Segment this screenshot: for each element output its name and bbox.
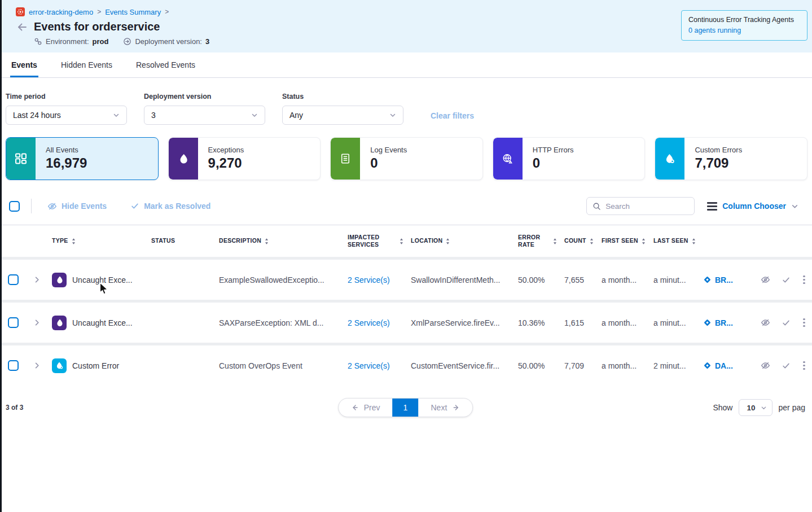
card-label: All Events bbox=[46, 146, 87, 154]
resolve-event-icon[interactable] bbox=[782, 361, 791, 370]
chevron-down-icon bbox=[761, 405, 767, 411]
filter-bar: Time period Last 24 hours Deployment ver… bbox=[0, 78, 812, 125]
tab-bar: Events Hidden Events Resolved Events bbox=[0, 52, 812, 78]
prev-page-button[interactable]: Prev bbox=[339, 399, 393, 417]
clear-filters-button[interactable]: Clear filters bbox=[431, 111, 474, 120]
time-period-select[interactable]: Last 24 hours bbox=[6, 106, 127, 125]
card-exceptions[interactable]: Exceptions 9,270 bbox=[168, 137, 321, 180]
impacted-services-link[interactable]: 2 Service(s) bbox=[348, 361, 411, 370]
breadcrumb-project[interactable]: error-tracking-demo bbox=[29, 8, 93, 16]
row-menu-icon[interactable] bbox=[802, 360, 806, 371]
deployment-version-select[interactable]: 3 bbox=[144, 106, 265, 125]
agents-running-link[interactable]: 0 agents running bbox=[688, 26, 800, 35]
column-header-count[interactable]: COUNT bbox=[564, 237, 602, 244]
card-value: 0 bbox=[533, 155, 574, 171]
version-link[interactable]: BR... bbox=[703, 318, 757, 327]
resolve-event-icon[interactable] bbox=[782, 275, 791, 285]
agents-panel: Continuous Error Tracking Agents 0 agent… bbox=[681, 10, 807, 41]
card-all-events[interactable]: All Events 16,979 bbox=[6, 137, 159, 180]
pagination: Prev 1 Next bbox=[338, 398, 473, 417]
hide-event-icon[interactable] bbox=[761, 361, 770, 370]
impacted-services-link[interactable]: 2 Service(s) bbox=[348, 275, 411, 285]
column-chooser-label: Column Chooser bbox=[722, 202, 786, 211]
tab-hidden-events[interactable]: Hidden Events bbox=[60, 52, 113, 77]
time-period-value: Last 24 hours bbox=[13, 111, 61, 120]
card-log-events[interactable]: Log Events 0 bbox=[330, 137, 483, 180]
event-location: XmlParseService.fireEv... bbox=[411, 318, 518, 327]
impacted-services-link[interactable]: 2 Service(s) bbox=[348, 318, 411, 327]
table-toolbar: Hide Events Mark as Resolved Column Choo… bbox=[9, 197, 806, 215]
column-header-status[interactable]: STATUS bbox=[151, 237, 219, 244]
back-arrow-icon[interactable] bbox=[16, 21, 27, 33]
hide-events-label: Hide Events bbox=[62, 202, 107, 211]
card-label: Log Events bbox=[370, 146, 407, 154]
breadcrumb-section[interactable]: Events Summary bbox=[105, 8, 161, 16]
table-row[interactable]: Uncaught Exce... SAXParseException: XML … bbox=[0, 303, 812, 343]
version-link[interactable]: BR... bbox=[703, 275, 757, 285]
card-value: 9,270 bbox=[208, 155, 244, 171]
column-chooser-button[interactable]: Column Chooser bbox=[707, 202, 798, 211]
tab-events[interactable]: Events bbox=[10, 52, 38, 77]
globe-icon bbox=[493, 138, 523, 180]
row-checkbox[interactable] bbox=[8, 274, 19, 285]
event-description: ExampleSwallowedExceptio... bbox=[219, 275, 348, 285]
chevron-down-icon bbox=[389, 112, 396, 119]
status-label: Status bbox=[282, 93, 403, 100]
column-header-description[interactable]: DESCRIPTION bbox=[219, 237, 348, 244]
row-menu-icon[interactable] bbox=[802, 317, 806, 329]
page-size-control: Show 10 per pag bbox=[713, 399, 805, 416]
card-custom-errors[interactable]: Custom Errors 7,709 bbox=[655, 137, 807, 180]
show-label: Show bbox=[713, 403, 732, 412]
events-table: TYPE STATUS DESCRIPTION IMPACTED SERVICE… bbox=[0, 225, 812, 386]
sort-icon bbox=[552, 238, 558, 245]
page-number-1[interactable]: 1 bbox=[393, 399, 419, 417]
breadcrumb-separator: > bbox=[165, 8, 169, 16]
table-row[interactable]: Uncaught Exce... ExampleSwallowedExcepti… bbox=[0, 260, 812, 300]
card-value: 0 bbox=[370, 155, 407, 171]
deployment-value: 3 bbox=[205, 37, 209, 46]
status-select[interactable]: Any bbox=[282, 106, 403, 125]
environment-label: Environment: bbox=[46, 37, 89, 46]
expand-chevron-icon[interactable] bbox=[33, 318, 52, 327]
last-seen: a minut... bbox=[653, 318, 703, 327]
arrow-left-icon bbox=[351, 404, 359, 412]
row-checkbox[interactable] bbox=[8, 360, 19, 371]
per-page-label: per pag bbox=[779, 403, 805, 412]
hide-event-icon[interactable] bbox=[761, 318, 770, 327]
resolve-event-icon[interactable] bbox=[782, 318, 791, 327]
error-rate: 50.00% bbox=[518, 361, 564, 370]
next-page-button[interactable]: Next bbox=[419, 399, 473, 417]
project-icon bbox=[16, 7, 25, 16]
column-header-type[interactable]: TYPE bbox=[52, 237, 151, 244]
card-http-errors[interactable]: HTTP Errors 0 bbox=[493, 137, 646, 180]
flame-icon bbox=[169, 138, 198, 180]
tab-resolved-events[interactable]: Resolved Events bbox=[135, 52, 196, 77]
column-header-first-seen[interactable]: FIRST SEEN bbox=[602, 237, 653, 244]
hide-events-button[interactable]: Hide Events bbox=[47, 202, 107, 211]
event-count: 7,655 bbox=[564, 275, 602, 285]
table-footer: 3 of 3 Prev 1 Next Show 10 per pag bbox=[6, 397, 805, 418]
column-header-location[interactable]: LOCATION bbox=[411, 237, 518, 244]
sort-icon bbox=[641, 238, 646, 245]
sort-icon bbox=[589, 238, 594, 245]
column-header-error-rate[interactable]: ERROR RATE bbox=[518, 234, 558, 248]
hide-event-icon[interactable] bbox=[761, 275, 770, 285]
page-title: Events for orderservice bbox=[34, 20, 160, 33]
expand-chevron-icon[interactable] bbox=[33, 275, 52, 284]
table-header-row: TYPE STATUS DESCRIPTION IMPACTED SERVICE… bbox=[0, 225, 812, 257]
mark-resolved-button[interactable]: Mark as Resolved bbox=[130, 202, 210, 211]
table-row[interactable]: Custom Error Custom OverOps Event 2 Serv… bbox=[0, 345, 812, 386]
expand-chevron-icon[interactable] bbox=[33, 361, 52, 370]
page-size-select[interactable]: 10 bbox=[739, 399, 772, 416]
search-input[interactable] bbox=[605, 202, 684, 211]
divider bbox=[31, 199, 32, 213]
last-seen: 2 minut... bbox=[653, 361, 703, 370]
sort-icon bbox=[264, 238, 269, 245]
select-all-checkbox[interactable] bbox=[9, 201, 20, 212]
version-link[interactable]: DA... bbox=[703, 361, 757, 370]
chevron-down-icon bbox=[251, 112, 258, 119]
column-header-last-seen[interactable]: LAST SEEN bbox=[653, 237, 703, 244]
column-header-impacted-services[interactable]: IMPACTED SERVICES bbox=[348, 234, 404, 248]
row-menu-icon[interactable] bbox=[802, 274, 806, 286]
row-checkbox[interactable] bbox=[8, 317, 19, 328]
